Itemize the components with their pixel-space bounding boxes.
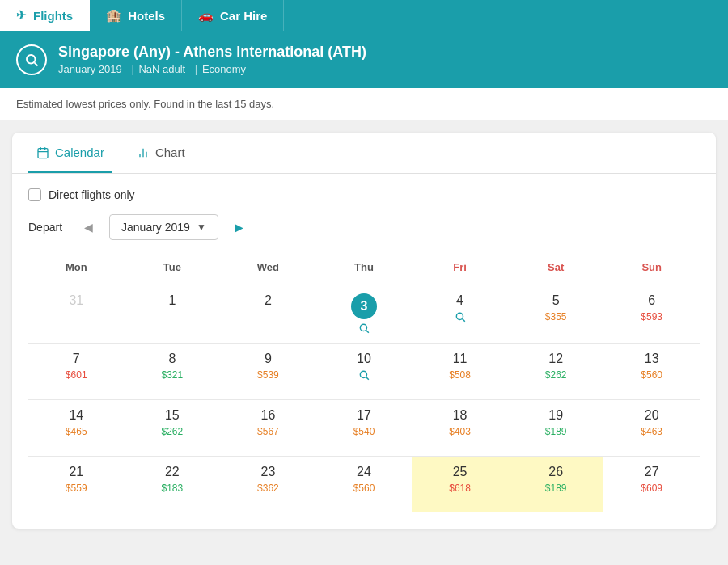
cell-price: $262	[162, 426, 184, 437]
calendar: Mon Tue Wed Thu Fri Sat Sun 3112345$3556…	[12, 248, 716, 529]
calendar-cell[interactable]: 22$183	[125, 456, 221, 512]
calendar-cell[interactable]: 13$560	[603, 343, 700, 399]
cell-price: $463	[641, 426, 662, 437]
search-mag-icon	[455, 311, 466, 325]
cell-price: $355	[545, 311, 567, 323]
calendar-controls: Direct flights only Depart ◀ January 201…	[12, 174, 716, 248]
svg-point-13	[360, 371, 366, 377]
direct-flights-label: Direct flights only	[49, 188, 135, 201]
calendar-cell[interactable]: 19$189	[508, 399, 604, 456]
next-month-arrow[interactable]: ▶	[228, 216, 251, 238]
cell-price: $403	[449, 426, 471, 437]
calendar-cell[interactable]: 31	[28, 285, 125, 343]
search-adults: NaN adult	[138, 63, 185, 75]
prev-month-arrow[interactable]: ◀	[77, 216, 99, 238]
flights-label: Flights	[33, 9, 73, 23]
calendar-wrapper: Mon Tue Wed Thu Fri Sat Sun 3112345$3556…	[12, 248, 716, 529]
calendar-cell[interactable]: 17$540	[316, 399, 413, 456]
calendar-cell[interactable]: 27$609	[603, 456, 700, 512]
search-info: Singapore (Any) - Athens International (…	[58, 44, 366, 75]
hotel-icon: 🏨	[106, 8, 121, 23]
calendar-cell[interactable]: 25$618	[412, 456, 508, 512]
header-thu: Thu	[316, 256, 413, 278]
calendar-cell[interactable]: 26$189	[508, 456, 604, 512]
calendar-cell[interactable]: 1	[125, 285, 221, 343]
cell-price: $465	[66, 426, 87, 437]
cell-price: $593	[641, 311, 662, 323]
svg-point-0	[27, 55, 36, 64]
search-details: January 2019 | NaN adult | Economy	[58, 63, 366, 75]
svg-point-11	[456, 313, 463, 319]
flights-tab[interactable]: ✈ Flights	[0, 0, 90, 31]
cell-price: $321	[162, 369, 184, 381]
calendar-cell[interactable]: 7$601	[28, 343, 125, 399]
calendar-header: Mon Tue Wed Thu Fri Sat Sun	[28, 256, 700, 278]
cell-price: $609	[641, 483, 662, 494]
search-mag-icon	[358, 323, 370, 336]
cell-price: $183	[162, 483, 184, 494]
svg-point-9	[360, 324, 366, 331]
calendar-cell[interactable]: 5$355	[508, 285, 604, 343]
cell-price: $189	[545, 483, 567, 494]
search-mag-icon	[358, 369, 370, 383]
month-select-value: January 2019	[121, 221, 190, 234]
cell-price: $560	[641, 369, 662, 381]
calendar-cell[interactable]: 3	[316, 285, 413, 343]
cell-price: $560	[353, 483, 375, 494]
chart-tab-label: Chart	[155, 145, 185, 159]
svg-line-12	[462, 319, 464, 322]
cell-price: $189	[545, 426, 567, 437]
search-month: January 2019	[58, 63, 122, 75]
svg-line-14	[366, 377, 369, 380]
cell-price: $567	[257, 426, 279, 437]
header-tue: Tue	[125, 256, 221, 278]
top-nav: ✈ Flights 🏨 Hotels 🚗 Car Hire	[0, 0, 728, 32]
search-bar: Singapore (Any) - Athens International (…	[0, 32, 728, 88]
calendar-cell[interactable]: 10	[316, 343, 413, 399]
header-wed: Wed	[220, 256, 316, 278]
calendar-cell[interactable]: 24$560	[316, 456, 413, 512]
calendar-cell[interactable]: 20$463	[603, 399, 700, 456]
calendar-cell[interactable]: 11$508	[412, 343, 508, 399]
calendar-cell[interactable]: 14$465	[28, 399, 125, 456]
header-mon: Mon	[28, 256, 125, 278]
calendar-icon	[36, 146, 49, 159]
cell-price: $540	[353, 426, 375, 437]
chart-tab[interactable]: Chart	[129, 133, 193, 173]
search-class: Economy	[202, 63, 246, 75]
car-hire-tab[interactable]: 🚗 Car Hire	[182, 0, 284, 31]
calendar-cell[interactable]: 16$567	[220, 399, 316, 456]
search-circle-icon[interactable]	[16, 44, 47, 75]
calendar-cell[interactable]: 21$559	[28, 456, 125, 512]
car-hire-label: Car Hire	[220, 9, 267, 23]
hotels-tab[interactable]: 🏨 Hotels	[90, 0, 182, 31]
calendar-tab-label: Calendar	[55, 145, 104, 159]
calendar-cell[interactable]: 6$593	[603, 285, 700, 343]
search-route: Singapore (Any) - Athens International (…	[58, 44, 366, 61]
direct-flights-checkbox[interactable]	[28, 188, 41, 201]
car-icon: 🚗	[198, 8, 214, 23]
header-sat: Sat	[508, 256, 604, 278]
calendar-cell[interactable]: 15$262	[125, 399, 221, 456]
calendar-cell[interactable]: 23$362	[220, 456, 316, 512]
view-tabs: Calendar Chart	[12, 133, 716, 174]
cell-price: $559	[66, 483, 87, 494]
month-selector[interactable]: January 2019 ▼	[109, 214, 218, 240]
cell-price: $618	[449, 483, 471, 494]
hotels-label: Hotels	[128, 9, 165, 23]
svg-line-1	[34, 62, 37, 65]
svg-rect-2	[38, 148, 48, 158]
chart-icon	[137, 146, 150, 159]
header-sun: Sun	[603, 256, 700, 278]
calendar-tab[interactable]: Calendar	[28, 133, 112, 173]
cell-price: $262	[545, 369, 567, 381]
calendar-cell[interactable]: 12$262	[508, 343, 604, 399]
notice-text: Estimated lowest prices only. Found in t…	[0, 88, 728, 120]
calendar-cell[interactable]: 4	[412, 285, 508, 343]
main-card: Calendar Chart Direct flights only Depar…	[12, 133, 716, 529]
calendar-cell[interactable]: 9$539	[220, 343, 316, 399]
calendar-cell[interactable]: 8$321	[125, 343, 221, 399]
header-fri: Fri	[412, 256, 508, 278]
calendar-cell[interactable]: 18$403	[412, 399, 508, 456]
calendar-cell[interactable]: 2	[220, 285, 316, 343]
